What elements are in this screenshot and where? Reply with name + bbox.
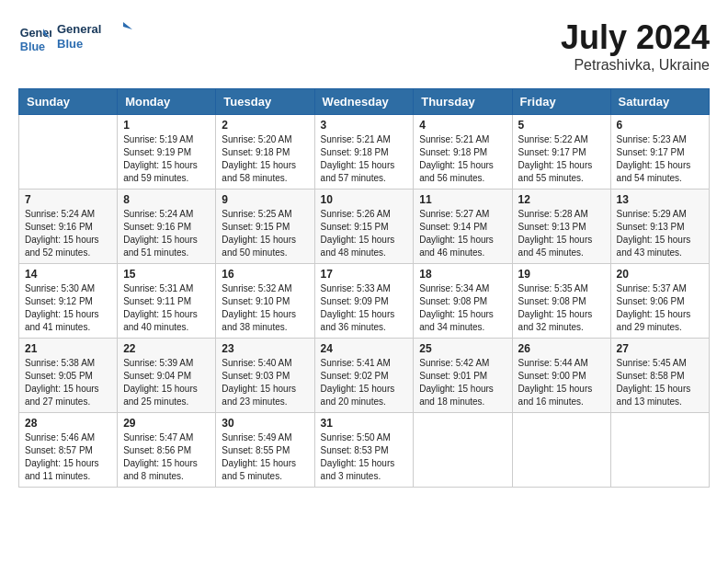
calendar-cell: 10Sunrise: 5:26 AM Sunset: 9:15 PM Dayli… [314, 190, 414, 264]
day-number: 1 [123, 119, 210, 132]
calendar-cell [512, 413, 610, 488]
weekday-header-tuesday: Tuesday [216, 89, 314, 115]
day-number: 4 [419, 119, 506, 132]
weekday-header-saturday: Saturday [610, 89, 709, 115]
calendar-week-row: 21Sunrise: 5:38 AM Sunset: 9:05 PM Dayli… [19, 339, 710, 413]
calendar-cell: 31Sunrise: 5:50 AM Sunset: 8:53 PM Dayli… [314, 413, 414, 488]
day-number: 24 [321, 342, 408, 355]
day-number: 16 [222, 268, 308, 281]
calendar-cell: 24Sunrise: 5:41 AM Sunset: 9:02 PM Dayli… [314, 339, 414, 413]
day-number: 2 [222, 119, 308, 132]
calendar-cell: 1Sunrise: 5:19 AM Sunset: 9:19 PM Daylig… [118, 115, 216, 190]
day-info: Sunrise: 5:34 AM Sunset: 9:08 PM Dayligh… [419, 282, 506, 334]
day-info: Sunrise: 5:21 AM Sunset: 9:18 PM Dayligh… [419, 133, 506, 185]
day-info: Sunrise: 5:40 AM Sunset: 9:03 PM Dayligh… [222, 357, 308, 408]
day-number: 14 [25, 268, 111, 281]
day-info: Sunrise: 5:23 AM Sunset: 9:17 PM Dayligh… [617, 133, 703, 185]
svg-text:Blue: Blue [57, 37, 83, 51]
calendar-cell: 27Sunrise: 5:45 AM Sunset: 8:58 PM Dayli… [610, 339, 709, 413]
calendar-cell: 25Sunrise: 5:42 AM Sunset: 9:01 PM Dayli… [414, 339, 512, 413]
day-number: 26 [518, 342, 605, 355]
calendar-cell: 23Sunrise: 5:40 AM Sunset: 9:03 PM Dayli… [216, 339, 314, 413]
calendar-cell: 30Sunrise: 5:49 AM Sunset: 8:55 PM Dayli… [216, 413, 314, 488]
day-info: Sunrise: 5:19 AM Sunset: 9:19 PM Dayligh… [123, 133, 210, 185]
day-number: 7 [25, 193, 111, 206]
day-info: Sunrise: 5:25 AM Sunset: 9:15 PM Dayligh… [222, 208, 308, 259]
day-info: Sunrise: 5:50 AM Sunset: 8:53 PM Dayligh… [321, 431, 408, 483]
weekday-header-sunday: Sunday [19, 89, 118, 115]
calendar-table: SundayMondayTuesdayWednesdayThursdayFrid… [18, 88, 710, 488]
day-info: Sunrise: 5:24 AM Sunset: 9:16 PM Dayligh… [25, 208, 111, 259]
calendar-cell: 2Sunrise: 5:20 AM Sunset: 9:18 PM Daylig… [216, 115, 314, 190]
calendar-cell: 17Sunrise: 5:33 AM Sunset: 9:09 PM Dayli… [314, 264, 414, 339]
day-info: Sunrise: 5:44 AM Sunset: 9:00 PM Dayligh… [518, 357, 605, 408]
calendar-cell: 26Sunrise: 5:44 AM Sunset: 9:00 PM Dayli… [512, 339, 610, 413]
logo-icon: General Blue [18, 22, 51, 55]
day-number: 17 [321, 268, 408, 281]
calendar-week-row: 14Sunrise: 5:30 AM Sunset: 9:12 PM Dayli… [19, 264, 710, 339]
day-number: 30 [222, 417, 308, 430]
weekday-header-friday: Friday [512, 89, 610, 115]
day-number: 25 [419, 342, 506, 355]
day-info: Sunrise: 5:42 AM Sunset: 9:01 PM Dayligh… [419, 357, 506, 408]
day-info: Sunrise: 5:38 AM Sunset: 9:05 PM Dayligh… [25, 357, 111, 408]
calendar-cell: 4Sunrise: 5:21 AM Sunset: 9:18 PM Daylig… [414, 115, 512, 190]
day-info: Sunrise: 5:21 AM Sunset: 9:18 PM Dayligh… [321, 133, 408, 185]
calendar-cell: 21Sunrise: 5:38 AM Sunset: 9:05 PM Dayli… [19, 339, 118, 413]
day-info: Sunrise: 5:22 AM Sunset: 9:17 PM Dayligh… [518, 133, 605, 185]
day-number: 5 [518, 119, 605, 132]
day-number: 9 [222, 193, 308, 206]
day-info: Sunrise: 5:28 AM Sunset: 9:13 PM Dayligh… [518, 208, 605, 259]
day-info: Sunrise: 5:20 AM Sunset: 9:18 PM Dayligh… [222, 133, 308, 185]
calendar-cell: 22Sunrise: 5:39 AM Sunset: 9:04 PM Dayli… [118, 339, 216, 413]
day-info: Sunrise: 5:27 AM Sunset: 9:14 PM Dayligh… [419, 208, 506, 259]
calendar-cell: 18Sunrise: 5:34 AM Sunset: 9:08 PM Dayli… [414, 264, 512, 339]
day-number: 28 [25, 417, 111, 430]
day-number: 13 [617, 193, 703, 206]
calendar-cell: 15Sunrise: 5:31 AM Sunset: 9:11 PM Dayli… [118, 264, 216, 339]
day-number: 12 [518, 193, 605, 206]
day-number: 19 [518, 268, 605, 281]
weekday-header-row: SundayMondayTuesdayWednesdayThursdayFrid… [19, 89, 710, 115]
day-info: Sunrise: 5:45 AM Sunset: 8:58 PM Dayligh… [617, 357, 703, 408]
day-number: 3 [321, 119, 408, 132]
svg-marker-4 [123, 22, 132, 29]
day-info: Sunrise: 5:30 AM Sunset: 9:12 PM Dayligh… [25, 282, 111, 334]
calendar-cell: 19Sunrise: 5:35 AM Sunset: 9:08 PM Dayli… [512, 264, 610, 339]
svg-text:General: General [20, 27, 51, 40]
calendar-cell: 8Sunrise: 5:24 AM Sunset: 9:16 PM Daylig… [118, 190, 216, 264]
location-subtitle: Petrashivka, Ukraine [561, 57, 710, 74]
day-number: 20 [617, 268, 703, 281]
weekday-header-monday: Monday [118, 89, 216, 115]
day-number: 15 [123, 268, 210, 281]
calendar-cell: 16Sunrise: 5:32 AM Sunset: 9:10 PM Dayli… [216, 264, 314, 339]
svg-text:Blue: Blue [20, 40, 45, 53]
calendar-cell: 7Sunrise: 5:24 AM Sunset: 9:16 PM Daylig… [19, 190, 118, 264]
calendar-week-row: 7Sunrise: 5:24 AM Sunset: 9:16 PM Daylig… [19, 190, 710, 264]
day-info: Sunrise: 5:46 AM Sunset: 8:57 PM Dayligh… [25, 431, 111, 483]
month-year-title: July 2024 [561, 18, 710, 57]
calendar-cell: 13Sunrise: 5:29 AM Sunset: 9:13 PM Dayli… [610, 190, 709, 264]
day-info: Sunrise: 5:33 AM Sunset: 9:09 PM Dayligh… [321, 282, 408, 334]
calendar-cell: 29Sunrise: 5:47 AM Sunset: 8:56 PM Dayli… [118, 413, 216, 488]
day-number: 29 [123, 417, 210, 430]
svg-text:General: General [57, 22, 101, 36]
day-info: Sunrise: 5:41 AM Sunset: 9:02 PM Dayligh… [321, 357, 408, 408]
calendar-cell [19, 115, 118, 190]
day-info: Sunrise: 5:26 AM Sunset: 9:15 PM Dayligh… [321, 208, 408, 259]
day-number: 21 [25, 342, 111, 355]
calendar-cell: 12Sunrise: 5:28 AM Sunset: 9:13 PM Dayli… [512, 190, 610, 264]
day-number: 11 [419, 193, 506, 206]
day-info: Sunrise: 5:37 AM Sunset: 9:06 PM Dayligh… [617, 282, 703, 334]
day-info: Sunrise: 5:24 AM Sunset: 9:16 PM Dayligh… [123, 208, 210, 259]
calendar-cell: 28Sunrise: 5:46 AM Sunset: 8:57 PM Dayli… [19, 413, 118, 488]
day-number: 22 [123, 342, 210, 355]
day-info: Sunrise: 5:39 AM Sunset: 9:04 PM Dayligh… [123, 357, 210, 408]
page-header: General Blue General Blue July 2024 Petr… [18, 18, 710, 74]
calendar-cell: 5Sunrise: 5:22 AM Sunset: 9:17 PM Daylig… [512, 115, 610, 190]
calendar-cell: 11Sunrise: 5:27 AM Sunset: 9:14 PM Dayli… [414, 190, 512, 264]
calendar-cell [610, 413, 709, 488]
day-info: Sunrise: 5:29 AM Sunset: 9:13 PM Dayligh… [617, 208, 703, 259]
calendar-week-row: 28Sunrise: 5:46 AM Sunset: 8:57 PM Dayli… [19, 413, 710, 488]
calendar-cell: 20Sunrise: 5:37 AM Sunset: 9:06 PM Dayli… [610, 264, 709, 339]
